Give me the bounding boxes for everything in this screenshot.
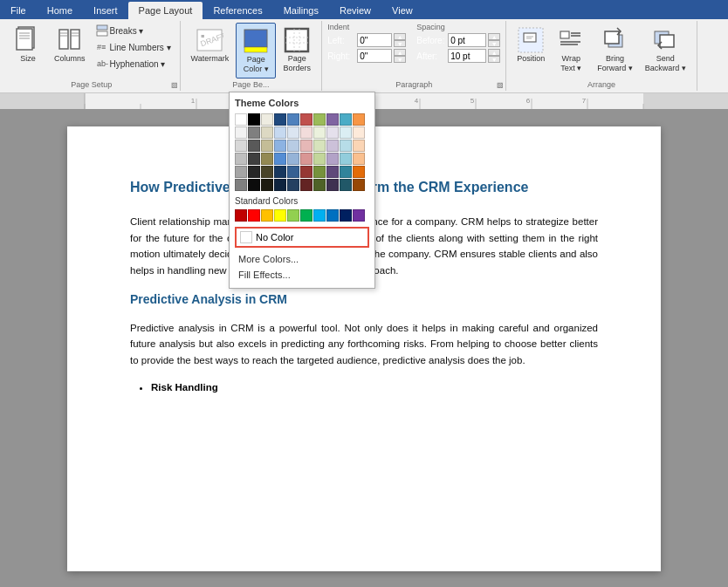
std-darkred[interactable]: [235, 209, 247, 222]
tc-4-2[interactable]: [248, 153, 260, 165]
tc-5-4[interactable]: [274, 166, 286, 178]
tc-4-3[interactable]: [261, 153, 273, 165]
tc-2-3[interactable]: [261, 126, 273, 139]
tc-4-7[interactable]: [313, 153, 326, 165]
position-button[interactable]: Position: [512, 23, 550, 67]
no-color-button[interactable]: No Color: [235, 227, 369, 248]
page-color-button[interactable]: PageColor ▾: [236, 23, 276, 78]
hyphenation-button[interactable]: ab- Hyphenation ▾: [93, 56, 175, 72]
tc-2-2[interactable]: [248, 126, 260, 139]
std-yellow[interactable]: [274, 209, 286, 222]
more-colors-link[interactable]: More Colors...: [235, 251, 369, 267]
tc-6-10[interactable]: [353, 179, 365, 191]
tc-5-9[interactable]: [340, 166, 352, 178]
tc-4-1[interactable]: [235, 153, 247, 165]
tc-4-10[interactable]: [353, 153, 365, 165]
tc-3-1[interactable]: [235, 140, 247, 152]
tc-3-6[interactable]: [300, 140, 312, 152]
size-button[interactable]: Size: [9, 23, 47, 67]
page-borders-button[interactable]: PageBorders: [278, 23, 316, 77]
line-numbers-button[interactable]: #≡ Line Numbers ▾: [93, 39, 175, 55]
theme-color-white[interactable]: [235, 113, 247, 126]
tc-5-10[interactable]: [353, 166, 365, 178]
tc-3-9[interactable]: [340, 140, 352, 152]
indent-right-spin[interactable]: ▲ ▼: [394, 49, 406, 63]
tab-references[interactable]: References: [203, 2, 272, 19]
indent-right-input[interactable]: [357, 49, 392, 63]
page-setup-expand[interactable]: ▧: [171, 81, 178, 89]
tc-2-7[interactable]: [313, 126, 326, 139]
bring-forward-button[interactable]: BringForward ▾: [592, 23, 638, 77]
std-red[interactable]: [248, 209, 260, 222]
indent-left-down[interactable]: ▼: [394, 40, 406, 47]
send-backward-button[interactable]: SendBackward ▾: [640, 23, 691, 77]
tc-4-9[interactable]: [340, 153, 352, 165]
theme-color-orange[interactable]: [353, 113, 365, 126]
std-blue[interactable]: [326, 209, 339, 222]
tc-4-8[interactable]: [326, 153, 339, 165]
tc-5-6[interactable]: [300, 166, 312, 178]
breaks-button[interactable]: Breaks ▾: [93, 23, 175, 38]
tc-5-8[interactable]: [326, 166, 339, 178]
tc-3-2[interactable]: [248, 140, 260, 152]
std-lime[interactable]: [287, 209, 299, 222]
tc-2-4[interactable]: [274, 126, 286, 139]
tab-page-layout[interactable]: Page Layout: [128, 2, 203, 19]
std-green[interactable]: [300, 209, 312, 222]
indent-right-down[interactable]: ▼: [394, 56, 406, 63]
theme-color-red[interactable]: [300, 113, 312, 126]
spacing-before-input[interactable]: [448, 33, 486, 47]
theme-color-purple[interactable]: [326, 113, 339, 126]
tc-3-5[interactable]: [287, 140, 299, 152]
tc-5-7[interactable]: [313, 166, 326, 178]
tc-2-9[interactable]: [340, 126, 352, 139]
spacing-before-down[interactable]: ▼: [488, 40, 500, 47]
tc-6-8[interactable]: [326, 179, 339, 191]
tc-3-10[interactable]: [353, 140, 365, 152]
tc-2-10[interactable]: [353, 126, 365, 139]
std-darkblue[interactable]: [340, 209, 352, 222]
tc-6-4[interactable]: [274, 179, 286, 191]
tab-file[interactable]: File: [0, 2, 37, 19]
std-cyan[interactable]: [313, 209, 326, 222]
tab-mailings[interactable]: Mailings: [273, 2, 329, 19]
tab-insert[interactable]: Insert: [83, 2, 128, 19]
spacing-before-spin[interactable]: ▲ ▼: [488, 33, 500, 47]
fill-effects-link[interactable]: Fill Effects...: [235, 267, 369, 283]
tc-6-9[interactable]: [340, 179, 352, 191]
tc-4-5[interactable]: [287, 153, 299, 165]
std-purple[interactable]: [353, 209, 365, 222]
theme-color-tan[interactable]: [261, 113, 273, 126]
spacing-after-up[interactable]: ▲: [488, 49, 500, 56]
indent-left-spin[interactable]: ▲ ▼: [394, 33, 406, 47]
watermark-button[interactable]: DRAFT≡ Watermark: [186, 23, 235, 67]
tc-2-1[interactable]: [235, 126, 247, 139]
tc-5-3[interactable]: [261, 166, 273, 178]
tc-3-8[interactable]: [326, 140, 339, 152]
tc-6-6[interactable]: [300, 179, 312, 191]
indent-left-input[interactable]: [357, 33, 392, 47]
std-orange[interactable]: [261, 209, 273, 222]
tab-review[interactable]: Review: [329, 2, 381, 19]
theme-color-black[interactable]: [248, 113, 260, 126]
tc-3-3[interactable]: [261, 140, 273, 152]
tab-view[interactable]: View: [381, 2, 423, 19]
tc-6-1[interactable]: [235, 179, 247, 191]
theme-color-darkblue[interactable]: [274, 113, 286, 126]
indent-right-up[interactable]: ▲: [394, 49, 406, 56]
theme-color-cyan[interactable]: [340, 113, 352, 126]
tc-3-7[interactable]: [313, 140, 326, 152]
tc-5-1[interactable]: [235, 166, 247, 178]
tc-5-5[interactable]: [287, 166, 299, 178]
tc-3-4[interactable]: [274, 140, 286, 152]
theme-color-blue[interactable]: [287, 113, 299, 126]
spacing-after-input[interactable]: [448, 49, 486, 63]
columns-button[interactable]: Columns: [49, 23, 91, 67]
tc-4-6[interactable]: [300, 153, 312, 165]
tc-2-6[interactable]: [300, 126, 312, 139]
tc-6-7[interactable]: [313, 179, 326, 191]
paragraph-expand[interactable]: ▧: [497, 81, 504, 89]
tc-4-4[interactable]: [274, 153, 286, 165]
spacing-before-up[interactable]: ▲: [488, 33, 500, 40]
tc-6-5[interactable]: [287, 179, 299, 191]
